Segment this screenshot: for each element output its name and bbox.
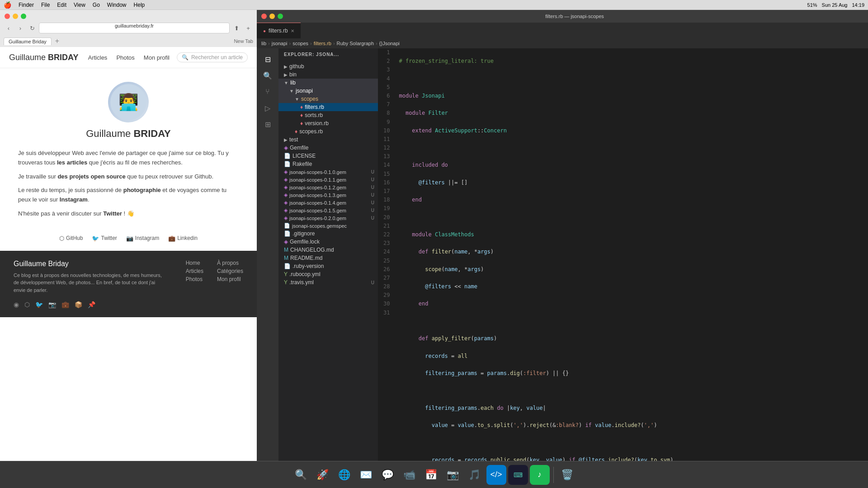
sidebar-item-gem-020[interactable]: ◈ jsonapi-scopes-0.2.0.gem U xyxy=(278,214,378,222)
sidebar-item-rakefile[interactable]: 📄 Rakefile xyxy=(278,160,378,168)
sidebar-item-bin[interactable]: ▶ bin xyxy=(278,70,378,79)
footer-instagram-icon[interactable]: 📷 xyxy=(48,301,56,308)
social-github[interactable]: ⬡ GitHub xyxy=(59,235,83,242)
vscode-close-button[interactable] xyxy=(261,14,267,19)
dock-spotify[interactable]: ♪ xyxy=(530,465,550,485)
nav-articles[interactable]: Articles xyxy=(88,54,108,61)
activity-git[interactable]: ⑂ xyxy=(260,84,275,99)
browser-maximize-button[interactable] xyxy=(21,14,26,19)
browser-share-button[interactable]: ⬆ xyxy=(231,23,241,33)
vscode-maximize-button[interactable] xyxy=(278,14,283,19)
sidebar-item-scopes-folder[interactable]: ▼ scopes xyxy=(278,95,378,103)
footer-nav-apropos[interactable]: À propos xyxy=(217,260,243,266)
sidebar-item-travis[interactable]: Y .travis.yml U xyxy=(278,278,378,286)
sidebar-item-license[interactable]: 📄 LICENSE xyxy=(278,152,378,160)
browser-refresh-button[interactable]: ↻ xyxy=(27,23,37,33)
sidebar-item-gitignore[interactable]: 📄 .gitignore xyxy=(278,230,378,238)
menu-help[interactable]: Help xyxy=(134,2,145,8)
sidebar-item-scopes-rb[interactable]: ♦ scopes.rb xyxy=(278,127,378,136)
dock-mail[interactable]: ✉️ xyxy=(356,465,376,485)
apple-menu[interactable]: 🍎 xyxy=(4,1,11,9)
dock-calendar[interactable]: 📅 xyxy=(421,465,441,485)
breadcrumb-jsonapi-symbol[interactable]: {}Jsonapi xyxy=(379,41,400,46)
sidebar-item-gem-013[interactable]: ◈ jsonapi-scopes-0.1.3.gem U xyxy=(278,191,378,199)
menu-edit[interactable]: Edit xyxy=(57,2,66,8)
sidebar-item-jsonapi[interactable]: ▼ jsonapi xyxy=(278,87,378,95)
nav-photos[interactable]: Photos xyxy=(116,54,134,61)
menu-view[interactable]: View xyxy=(74,2,85,8)
breadcrumb-ruby[interactable]: Ruby Solargraph xyxy=(337,41,374,46)
browser-address-bar[interactable]: guillaumebriday.fr xyxy=(39,23,230,33)
breadcrumb-lib[interactable]: lib xyxy=(261,41,266,46)
footer-twitter-icon[interactable]: 🐦 xyxy=(35,301,43,308)
dock-iterm[interactable]: ⌨ xyxy=(508,465,528,485)
editor-code-area[interactable]: 12345 678910 1112131415 1617181920 21222… xyxy=(378,48,868,461)
nav-mon-profil[interactable]: Mon profil xyxy=(144,54,170,61)
breadcrumb-scopes[interactable]: scopes xyxy=(292,41,308,46)
browser-minimize-button[interactable] xyxy=(13,14,18,19)
bio-link-articles[interactable]: les articles xyxy=(57,159,87,166)
sidebar-item-gemspec[interactable]: 📄 jsonapi-scopes.gemspec xyxy=(278,222,378,230)
sidebar-item-ruby-version[interactable]: 📄 .ruby-version xyxy=(278,262,378,270)
dock-music[interactable]: 🎵 xyxy=(465,465,485,485)
browser-close-button[interactable] xyxy=(5,14,10,19)
dock-launchpad[interactable]: 🚀 xyxy=(313,465,333,485)
breadcrumb-file[interactable]: filters.rb xyxy=(314,41,331,46)
dock-messages[interactable]: 💬 xyxy=(378,465,398,485)
footer-nav-home[interactable]: Home xyxy=(186,260,203,266)
menu-finder[interactable]: Finder xyxy=(19,2,34,8)
menu-file[interactable]: File xyxy=(41,2,50,8)
sidebar-item-sorts-rb[interactable]: ♦ sorts.rb xyxy=(278,111,378,119)
vscode-minimize-button[interactable] xyxy=(269,14,275,19)
sidebar-item-version-rb[interactable]: ♦ version.rb xyxy=(278,119,378,127)
sidebar-item-gemfile[interactable]: ◈ Gemfile xyxy=(278,144,378,152)
footer-pinterest-icon[interactable]: 📌 xyxy=(88,301,95,308)
footer-rss-icon[interactable]: ◉ xyxy=(14,301,19,308)
browser-new-tab-button[interactable]: + xyxy=(55,37,59,45)
dock-facetime[interactable]: 📹 xyxy=(400,465,420,485)
browser-forward-button[interactable]: › xyxy=(15,23,25,33)
menu-go[interactable]: Go xyxy=(93,2,100,8)
bio-link-instagram[interactable]: Instagram xyxy=(60,196,88,203)
footer-nav-photos[interactable]: Photos xyxy=(186,276,203,282)
activity-search[interactable]: 🔍 xyxy=(260,68,275,83)
dock-finder[interactable]: 🔍 xyxy=(291,465,311,485)
sidebar-item-gem-012[interactable]: ◈ jsonapi-scopes-0.1.2.gem U xyxy=(278,183,378,191)
tab-close-button[interactable]: ✕ xyxy=(291,28,294,33)
footer-github-icon[interactable]: ⬡ xyxy=(24,301,30,308)
browser-tab-active[interactable]: Guillaume Briday xyxy=(4,38,52,45)
site-search[interactable]: 🔍 Rechercher un article xyxy=(177,52,248,62)
activity-explorer[interactable]: ⊟ xyxy=(260,52,275,66)
browser-add-bookmark-button[interactable]: + xyxy=(243,23,253,33)
sidebar-item-gem-015[interactable]: ◈ jsonapi-scopes-0.1.5.gem U xyxy=(278,206,378,214)
bio-link-opensource[interactable]: des projets open source xyxy=(57,173,125,180)
social-linkedin[interactable]: 💼 Linkedin xyxy=(168,235,198,242)
sidebar-item-gem-014[interactable]: ◈ jsonapi-scopes-0.1.4.gem U xyxy=(278,199,378,206)
activity-debug[interactable]: ▷ xyxy=(260,101,275,115)
breadcrumb-jsonapi[interactable]: jsonapi xyxy=(272,41,288,46)
sidebar-item-test[interactable]: ▶ test xyxy=(278,136,378,144)
menu-window[interactable]: Window xyxy=(107,2,127,8)
sidebar-item-changelog[interactable]: M CHANGELOG.md xyxy=(278,246,378,254)
dock-trash[interactable]: 🗑️ xyxy=(557,465,577,485)
activity-extensions[interactable]: ⊞ xyxy=(260,117,275,131)
sidebar-item-gem-010[interactable]: ◈ jsonapi-scopes-0.1.0.gem U xyxy=(278,168,378,176)
tab-filters-rb-active[interactable]: ● filters.rb ✕ xyxy=(257,23,301,38)
footer-amazon-icon[interactable]: 📦 xyxy=(75,301,82,308)
sidebar-item-gem-011[interactable]: ◈ jsonapi-scopes-0.1.1.gem U xyxy=(278,176,378,183)
bio-link-twitter[interactable]: Twitter xyxy=(103,210,122,217)
social-twitter[interactable]: 🐦 Twitter xyxy=(92,235,117,242)
dock-vscode[interactable]: </> xyxy=(486,465,506,485)
sidebar-item-readme[interactable]: M README.md xyxy=(278,254,378,262)
bio-link-photo[interactable]: photographie xyxy=(123,187,161,193)
dock-safari[interactable]: 🌐 xyxy=(335,465,354,485)
editor-scrollbar[interactable] xyxy=(862,48,868,461)
sidebar-item-lib[interactable]: ▼ lib xyxy=(278,79,378,87)
footer-nav-categories[interactable]: Catégories xyxy=(217,268,243,274)
footer-nav-articles[interactable]: Articles xyxy=(186,268,203,274)
footer-linkedin-icon[interactable]: 💼 xyxy=(61,301,69,308)
dock-photos[interactable]: 📷 xyxy=(443,465,463,485)
footer-nav-monprofil[interactable]: Mon profil xyxy=(217,276,243,282)
sidebar-item-filters-rb[interactable]: ♦ filters.rb xyxy=(278,103,378,111)
sidebar-item-github[interactable]: ▶ github xyxy=(278,62,378,70)
